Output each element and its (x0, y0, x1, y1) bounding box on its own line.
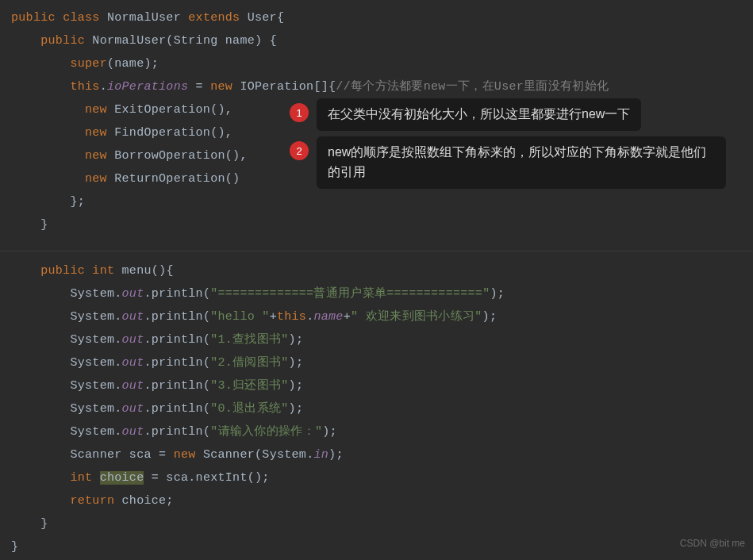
callout-annotation: 1 在父类中没有初始化大小，所以这里都要进行new一下 (290, 98, 641, 131)
code-line: super(name); (11, 52, 753, 75)
code-line: Scanner sca = new Scanner(System.in); (11, 443, 753, 466)
code-line: System.out.println("1.查找图书"); (11, 328, 753, 351)
code-line: System.out.println("3.归还图书"); (11, 374, 753, 397)
code-line (11, 236, 753, 259)
callout-badge-1: 1 (290, 103, 309, 122)
callout-text-1: 在父类中没有初始化大小，所以这里都要进行new一下 (317, 98, 641, 131)
callout-annotation: 2 new的顺序是按照数组下角标来的，所以对应的下角标数字就是他们的引用 (290, 136, 726, 189)
code-line: }; (11, 190, 753, 213)
code-line: int choice = sca.nextInt(); (11, 466, 753, 489)
code-line: } (11, 512, 753, 535)
code-line: public class NormalUser extends User{ (11, 6, 753, 29)
code-line: } (11, 213, 753, 236)
code-line: System.out.println("=============普通用户菜单=… (11, 282, 753, 305)
code-line: System.out.println("0.退出系统"); (11, 397, 753, 420)
callout-text-2: new的顺序是按照数组下角标来的，所以对应的下角标数字就是他们的引用 (317, 136, 726, 189)
code-line: return choice; (11, 489, 753, 512)
code-line: System.out.println("请输入你的操作："); (11, 420, 753, 443)
code-content: public class NormalUser extends User{ pu… (11, 6, 753, 558)
code-editor[interactable]: public class NormalUser extends User{ pu… (0, 0, 753, 560)
callout-badge-2: 2 (290, 141, 309, 160)
code-line: public int menu(){ (11, 259, 753, 282)
code-line: public NormalUser(String name) { (11, 29, 753, 52)
code-line: } (11, 535, 753, 558)
code-line: System.out.println("2.借阅图书"); (11, 351, 753, 374)
code-line: System.out.println("hello "+this.name+" … (11, 305, 753, 328)
code-line: this.ioPerations = new IOPeration[]{//每个… (11, 75, 753, 98)
